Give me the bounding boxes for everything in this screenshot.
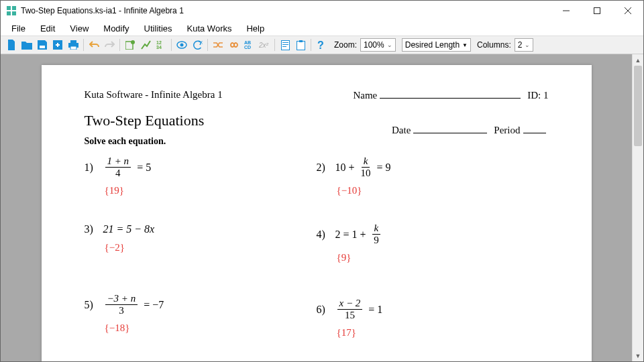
zoom-dropdown[interactable]: 100%⌄: [360, 38, 396, 52]
svg-rect-23: [281, 40, 289, 50]
formula-icon[interactable]: 2x²: [258, 38, 271, 52]
redo-icon[interactable]: [103, 38, 116, 52]
page-icon[interactable]: [278, 38, 292, 52]
name-field: Name ID: 1: [353, 89, 548, 101]
svg-rect-26: [282, 46, 286, 47]
svg-text:CD: CD: [244, 45, 251, 50]
save-icon[interactable]: [36, 38, 49, 52]
name-label: Name: [353, 90, 377, 101]
scroll-thumb[interactable]: [634, 66, 642, 146]
paste-icon[interactable]: [294, 38, 307, 52]
help-icon[interactable]: ?: [315, 38, 328, 52]
equation-right: = −7: [144, 299, 164, 311]
problem-1[interactable]: 1) 1 + n 4 = 5 {19}: [85, 156, 317, 196]
problem-6[interactable]: 6) x − 2 15 = 1 {17}: [317, 298, 549, 339]
zoom-value: 100%: [364, 40, 384, 50]
maximize-button[interactable]: [582, 1, 612, 21]
denominator: 3: [119, 305, 124, 316]
menu-edit[interactable]: Edit: [34, 22, 62, 35]
period-underline: [523, 124, 546, 133]
svg-text:?: ?: [201, 40, 203, 45]
equation-right: = 5: [137, 162, 151, 174]
abcd-icon[interactable]: ABCD: [242, 38, 256, 52]
menu-file[interactable]: File: [5, 22, 32, 35]
svg-rect-28: [299, 40, 303, 42]
equation-right: = 1: [368, 304, 382, 316]
numbers-icon[interactable]: 1234: [154, 38, 168, 52]
menu-kutaworks[interactable]: Kuta Works: [180, 22, 239, 35]
separator: [119, 39, 120, 51]
worksheet-title: Two-Step Equations: [85, 112, 205, 129]
denominator: 4: [115, 168, 121, 178]
fraction: x − 2 15: [337, 298, 363, 320]
title-left: Two-Step Equations.ks-ia1 - Infinite Alg…: [6, 5, 184, 16]
infinity-icon[interactable]: [227, 38, 240, 52]
caret-down-icon: ▼: [462, 42, 468, 48]
export-icon[interactable]: [51, 38, 64, 52]
equation-left: 10 +: [335, 162, 355, 174]
problem-4[interactable]: 4) 2 = 1 + k 9 {9}: [317, 223, 549, 263]
page-area[interactable]: Kuta Software - Infinite Algebra 1 Name …: [1, 54, 632, 361]
regenerate-icon[interactable]: ?: [191, 38, 204, 52]
show-answers-icon[interactable]: [175, 38, 189, 52]
equation: 21 = 5 − 8x: [103, 223, 155, 235]
problem-number: 4): [317, 229, 331, 241]
menu-help[interactable]: Help: [239, 22, 271, 35]
numerator: x − 2: [337, 298, 363, 310]
workspace: Kuta Software - Infinite Algebra 1 Name …: [1, 54, 643, 361]
menu-utilities[interactable]: Utilities: [138, 22, 179, 35]
minimize-button[interactable]: [551, 1, 582, 21]
fraction: k 9: [372, 223, 381, 245]
menu-view[interactable]: View: [63, 22, 95, 35]
undo-icon[interactable]: [87, 38, 101, 52]
problems-column-1: 1) 1 + n 4 = 5 {19}: [85, 156, 317, 339]
numerator: −3 + n: [105, 294, 138, 305]
svg-text:AB: AB: [244, 40, 251, 45]
toolbar: 1234 ? ABCD 2x² ? Zoom: 100%⌄ Desired Le…: [1, 36, 643, 54]
name-underline: [380, 89, 521, 99]
open-icon[interactable]: [20, 38, 34, 52]
graph-icon[interactable]: [139, 38, 152, 52]
separator: [274, 39, 275, 51]
columns-dropdown[interactable]: 2⌄: [515, 38, 534, 52]
new-question-icon[interactable]: [123, 38, 137, 52]
date-underline: [413, 124, 487, 133]
numerator: k: [372, 223, 381, 235]
problem-3[interactable]: 3) 21 = 5 − 8x {−2}: [85, 223, 317, 253]
svg-rect-25: [282, 44, 288, 45]
period-label: Period: [494, 125, 520, 136]
problem-5[interactable]: 5) −3 + n 3 = −7 {−18}: [85, 294, 317, 334]
svg-rect-3: [12, 11, 16, 15]
answer: {−2}: [105, 242, 317, 253]
svg-rect-24: [282, 42, 288, 43]
svg-text:2x²: 2x²: [259, 42, 269, 49]
menu-modify[interactable]: Modify: [97, 22, 136, 35]
new-icon[interactable]: [5, 38, 18, 52]
problem-2[interactable]: 2) 10 + k 10 = 9 {−10}: [317, 156, 549, 196]
svg-rect-5: [594, 8, 600, 14]
document-header: Kuta Software - Infinite Algebra 1 Name …: [85, 89, 549, 101]
desired-length-dropdown[interactable]: Desired Length▼: [402, 38, 471, 52]
problem-number: 5): [85, 299, 99, 311]
answer: {−18}: [105, 322, 317, 334]
svg-text:34: 34: [156, 45, 162, 50]
separator: [207, 39, 208, 51]
window-controls: [551, 1, 643, 21]
document-page: Kuta Software - Infinite Algebra 1 Name …: [42, 65, 592, 361]
scramble-icon[interactable]: [211, 38, 225, 52]
answer: {9}: [337, 252, 549, 263]
denominator: 15: [345, 310, 355, 320]
fraction: −3 + n 3: [105, 294, 138, 316]
close-button[interactable]: [612, 1, 643, 21]
vertical-scrollbar[interactable]: ▲ ▼: [632, 54, 643, 361]
scroll-up-icon[interactable]: ▲: [633, 54, 643, 66]
app-icon: [6, 5, 17, 16]
separator: [83, 39, 84, 51]
scroll-track[interactable]: [633, 66, 643, 350]
problems-column-2: 2) 10 + k 10 = 9 {−10}: [317, 156, 549, 339]
scroll-down-icon[interactable]: ▼: [633, 350, 643, 361]
print-icon[interactable]: [66, 38, 80, 52]
date-label: Date: [392, 125, 411, 136]
header-software: Kuta Software - Infinite Algebra 1: [85, 89, 223, 101]
columns-value: 2: [518, 40, 523, 50]
